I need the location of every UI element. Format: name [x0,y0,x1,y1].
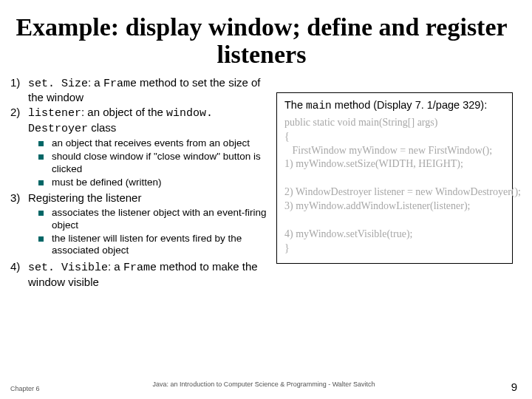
code-box: The main method (Display 7. 1/page 329):… [276,92,513,264]
item-3-sublist: associates the listener object with an e… [38,207,276,258]
item-3-body: Registering the listener [28,191,265,205]
slide: Example: display window; define and regi… [0,0,532,399]
item-1-code-b: Frame [103,78,137,90]
item-1-txt-a: : a [88,76,103,89]
item-2: 2)listener: an object of the window. Des… [10,106,276,188]
item-4-code-b: Frame [123,262,157,274]
item-4-txt-a: : a [108,260,123,273]
item-2-sub-a: an object that receives events from an o… [38,137,276,150]
item-2-txt-a: : an object of the [81,106,166,118]
item-2-sublist: an object that receives events from an o… [38,137,276,189]
footer: Chapter 6 Java: an Introduction to Compu… [10,381,517,393]
code-heading: The main method (Display 7. 1/page 329): [284,99,505,112]
item-2-txt-b: class [88,121,116,134]
code-heading-pre: The [284,99,306,111]
item-4-body: set. Visible: a Frame method to make the… [28,260,265,289]
footer-center: Java: an Introduction to Computer Scienc… [10,381,517,388]
item-2-sub-b: should close window if "close window" bu… [38,151,276,176]
item-3: 3)Registering the listener associates th… [10,191,276,257]
item-1-code-a: set. Size [28,78,88,90]
code-heading-post: method (Display 7. 1/page 329): [332,99,487,111]
main-list: 1)set. Size: a Frame method to set the s… [10,76,276,289]
item-2-code-a: listener [28,107,81,120]
item-2-num: 2) [10,106,28,119]
content-columns: 1)set. Size: a Frame method to set the s… [10,76,513,290]
item-3-sub-b: the listener will listen for events fire… [38,233,276,258]
right-column: The main method (Display 7. 1/page 329):… [276,76,513,290]
left-column: 1)set. Size: a Frame method to set the s… [10,76,276,290]
code-heading-mono: main [306,100,332,112]
item-2-body: listener: an object of the window. Destr… [28,106,265,136]
item-3-num: 3) [10,191,28,205]
item-4: 4)set. Visible: a Frame method to make t… [10,260,276,289]
item-4-code-a: set. Visible [28,262,108,274]
slide-title: Example: display window; define and regi… [10,13,513,69]
item-4-num: 4) [10,260,28,273]
item-1: 1)set. Size: a Frame method to set the s… [10,76,276,105]
item-1-body: set. Size: a Frame method to set the siz… [28,76,265,105]
item-3-sub-a: associates the listener object with an e… [38,207,276,232]
item-1-num: 1) [10,76,28,89]
item-2-sub-c: must be defined (written) [38,177,276,189]
code-block: public static void main(String[] args) {… [284,116,505,256]
